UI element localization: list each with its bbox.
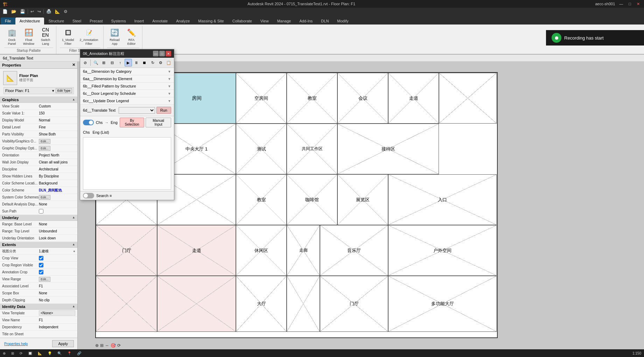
tab-insert[interactable]: Insert	[130, 18, 148, 24]
ann-item-6b[interactable]: 6b__Filled Pattern by Structure ▼	[80, 83, 174, 90]
properties-header: 📐 Floor Plan 楼层平面 Floor Plan: F1 ▾ Edit …	[0, 69, 77, 97]
ann-item-6c[interactable]: 6c__Door Legend by Schedule ▼	[80, 90, 174, 97]
qat-redo[interactable]: ↪	[36, 8, 42, 15]
ann-tool-1[interactable]: ⊘	[82, 59, 89, 66]
by-selection-btn[interactable]: By Selection	[120, 118, 145, 127]
status-icon-5[interactable]: 📐	[38, 351, 42, 355]
qat-settings[interactable]: ⚙	[63, 8, 69, 15]
tab-file[interactable]: File	[1, 18, 15, 24]
ann-tool-10[interactable]: 📋	[165, 59, 173, 66]
translate-select[interactable]	[119, 107, 155, 114]
view-selector-dropdown[interactable]: ▾	[52, 89, 54, 93]
ann-tool-3[interactable]: ⊞	[100, 59, 107, 66]
view-ctrl-4[interactable]: 🎯	[111, 343, 116, 348]
crop-region-checkbox[interactable]	[39, 263, 43, 267]
prop-crop-region-visible: Crop Region Visible	[0, 262, 77, 269]
ann-tool-6[interactable]: ⏸	[133, 59, 140, 66]
search-toggle[interactable]	[83, 193, 94, 198]
status-icon-9[interactable]: 🔗	[77, 351, 81, 355]
tab-structure[interactable]: Structure	[44, 18, 68, 24]
model-filter-btn[interactable]: 🔲 1_ModelFilter	[60, 26, 76, 47]
tab-modify[interactable]: Modify	[333, 18, 352, 24]
sun-path-checkbox[interactable]	[39, 209, 43, 214]
crop-view-checkbox[interactable]	[39, 256, 43, 260]
qat-new[interactable]: 📄	[1, 8, 9, 15]
annotation-close-btn[interactable]: ✕	[166, 51, 171, 56]
edit-type-btn[interactable]: Edit Type	[56, 88, 72, 93]
status-icon-1[interactable]: ⊕	[3, 351, 6, 355]
close-btn[interactable]: ✕	[635, 2, 641, 6]
tab-view[interactable]: View	[256, 18, 273, 24]
view-ctrl-2[interactable]: ⊞	[100, 343, 104, 348]
properties-close-icon[interactable]: ✕	[72, 63, 75, 67]
view-ctrl-5[interactable]: ⟳	[117, 343, 121, 348]
ann-tool-active[interactable]: ▶	[125, 59, 132, 66]
float-window-btn[interactable]: 🪟 FloatWindow	[21, 26, 36, 47]
qat-print[interactable]: 🖨️	[45, 8, 52, 15]
restore-btn[interactable]: □	[627, 2, 632, 6]
minimize-btn[interactable]: —	[618, 2, 624, 6]
manual-input-btn[interactable]: Manual Input	[146, 118, 171, 127]
qat-save[interactable]: 💾	[19, 8, 26, 15]
prop-view-category: 视图分类 1.建模 ●	[0, 248, 77, 255]
visibility-edit-btn[interactable]: Edit...	[39, 139, 50, 144]
annotation-minimize-btn[interactable]: —	[153, 51, 159, 56]
status-icon-7[interactable]: 🔍	[57, 351, 62, 355]
chs-eng-toggle[interactable]	[83, 120, 94, 125]
ann-tool-4[interactable]: ⊟	[108, 59, 116, 66]
properties-apply-btn[interactable]: Apply	[52, 340, 74, 347]
tab-architecture[interactable]: Architecture	[15, 18, 44, 24]
status-icon-8[interactable]: 📍	[67, 351, 71, 355]
ann-tool-7[interactable]: ⏹	[141, 59, 148, 66]
room-label-20: 走道	[192, 247, 201, 254]
ann-item-6cc[interactable]: 6cc__Update Door Legend ▼	[80, 97, 174, 105]
annotation-maximize-btn[interactable]: □	[159, 51, 165, 56]
view-ctrl-3[interactable]: ↔	[105, 343, 109, 348]
translate-run-btn[interactable]: Run	[156, 107, 171, 114]
dock-panel-btn[interactable]: 🏢 DockPanel	[4, 26, 20, 47]
view-range-edit-btn[interactable]: Edit...	[39, 277, 50, 282]
graphic-display-edit-btn[interactable]: Edit...	[39, 146, 50, 151]
reload-app-btn[interactable]: 🔄 ReloadApp	[107, 26, 122, 47]
switch-lang-btn[interactable]: CNEN SwitchLang	[38, 26, 53, 47]
extents-arrow: ▲	[72, 243, 75, 247]
rfa-editor-btn[interactable]: ✏️ RFAEditor	[124, 26, 139, 47]
extents-section-header[interactable]: Extents ▲	[0, 242, 77, 248]
ann-tool-2[interactable]: 🔍	[92, 59, 99, 66]
annotation-filter-btn[interactable]: 📝 2_AnnotationFilter	[78, 26, 100, 47]
model-filter-icon: 🔲	[62, 27, 74, 38]
tab-annotate[interactable]: Annotate	[148, 18, 172, 24]
tab-steel[interactable]: Steel	[68, 18, 85, 24]
qat-measure[interactable]: 📐	[54, 8, 61, 15]
translate-row: 6d__Translate Text Run	[83, 107, 171, 114]
status-icon-4[interactable]: 🔲	[28, 351, 32, 355]
ann-item-6a-arrow: ▼	[168, 70, 171, 74]
properties-help-link[interactable]: Properties help	[1, 341, 30, 347]
tab-systems[interactable]: Systems	[107, 18, 130, 24]
status-icon-2[interactable]: ⊞	[11, 351, 14, 355]
underlay-section-header[interactable]: Underlay ▲	[0, 215, 77, 221]
tab-precast[interactable]: Precast	[85, 18, 107, 24]
tab-collaborate[interactable]: Collaborate	[228, 18, 256, 24]
qat-open[interactable]: 📂	[10, 8, 18, 15]
status-icon-3[interactable]: ⟳	[20, 351, 22, 355]
tab-dln[interactable]: DLN	[317, 18, 333, 24]
ann-tool-9[interactable]: ⚙	[157, 59, 164, 66]
tab-massing[interactable]: Massing & Site	[194, 18, 228, 24]
view-ctrl-1[interactable]: ⊕	[95, 343, 99, 348]
qat-undo[interactable]: ↩	[29, 8, 35, 15]
prop-crop-view: Crop View	[0, 255, 77, 262]
graphics-section-header[interactable]: Graphics ▲	[0, 97, 77, 103]
tab-analyze[interactable]: Analyze	[172, 18, 194, 24]
ann-item-6a[interactable]: 6a__Dimension by Category ▼	[80, 68, 174, 75]
tab-addins[interactable]: Add-Ins	[295, 18, 317, 24]
tab-manage[interactable]: Manage	[273, 18, 295, 24]
ann-item-6aa[interactable]: 6aa__Dimension by Element ▼	[80, 75, 174, 83]
ann-tool-8[interactable]: ↻	[149, 59, 156, 66]
annotation-crop-checkbox[interactable]	[39, 270, 43, 274]
view-category-indicator: ●	[73, 249, 75, 253]
ann-tool-5[interactable]: ↑	[117, 59, 124, 66]
status-icon-6[interactable]: 💡	[48, 351, 52, 355]
identity-section-header[interactable]: Identity Data ▲	[0, 304, 77, 310]
system-colors-edit-btn[interactable]: Edit...	[39, 195, 50, 200]
